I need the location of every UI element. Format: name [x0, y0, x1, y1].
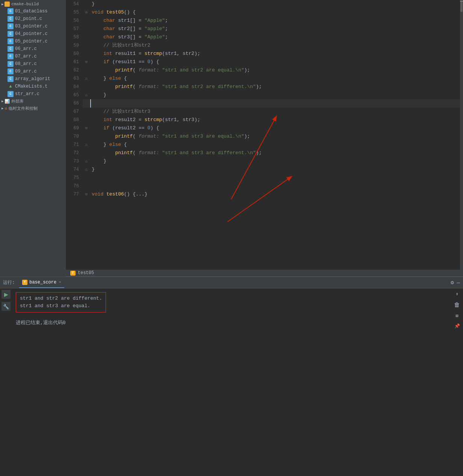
output-annotation-box: str1 and str2 are different. str1 and st… [16, 292, 106, 312]
file-label-cmake: CMakeLists.t [15, 84, 47, 89]
file-label-08: 08_arr.c [15, 61, 37, 67]
file-label-05: 05_pointer.c [15, 39, 47, 44]
line-code-59: // 比较str1和str2 [90, 41, 463, 50]
line-gutter-74: △ [83, 165, 90, 174]
sidebar-item-02_point[interactable]: C 02_point.c [0, 15, 66, 23]
settings-btn[interactable]: ⚙ [451, 279, 454, 286]
line-num-76: 76 [66, 182, 83, 190]
line-gutter-58 [83, 33, 90, 41]
line-gutter-71: △ [83, 141, 90, 149]
line-code-56: char str1[] = "Apple"; [90, 17, 463, 25]
line-code-71: } else { [90, 141, 463, 149]
action-btn-pin[interactable]: 📌 [454, 323, 460, 329]
line-num-75: 75 [66, 174, 83, 182]
bottom-tab-base-score[interactable]: f base_score × [19, 277, 64, 288]
output-line-1: str1 and str2 are different. [20, 295, 102, 302]
code-lines: 54 } 55 ⊖ void test05() { 56 c [66, 0, 463, 199]
action-btn-1[interactable]: ⬆ [455, 291, 458, 297]
line-num-54: 54 [66, 0, 83, 8]
line-code-60: int result1 = strcmp(str1, str2); [90, 50, 463, 58]
code-line-74: 74 △ } [66, 165, 463, 174]
ext-libs-icon: 📊 [5, 99, 10, 104]
line-num-56: 56 [66, 17, 83, 25]
code-line-75: 75 [66, 174, 463, 182]
line-num-65: 65 [66, 91, 83, 99]
c-icon-8: C [8, 61, 14, 67]
line-num-58: 58 [66, 33, 83, 41]
cmake-icon: ▲ [8, 83, 14, 89]
line-code-57: char str2[] = "apple"; [90, 25, 463, 33]
terminal-body: str1 and str2 are different. str1 and st… [12, 288, 451, 476]
sidebar-item-01_dataclass[interactable]: C 01_dataclass [0, 8, 66, 15]
sidebar-item-cmake[interactable]: ▲ CMakeLists.t [0, 83, 66, 90]
line-code-69: if (result2 == 0) { [90, 124, 463, 132]
line-code-58: char str3[] = "Apple"; [90, 33, 463, 41]
line-num-59: 59 [66, 41, 83, 50]
line-num-70: 70 [66, 132, 83, 141]
line-num-61: 61 [66, 58, 83, 66]
code-line-70: 70 printf( format: "str1 and str3 are eq… [66, 132, 463, 141]
terminal-main: ▶ 🔧 str1 and str2 are different. str1 an… [0, 288, 463, 476]
line-gutter-75 [83, 174, 90, 182]
line-gutter-68 [83, 116, 90, 124]
line-num-57: 57 [66, 25, 83, 33]
line-code-62: printf( format: "str1 and str2 are equal… [90, 66, 463, 74]
code-line-66: 66 [66, 99, 463, 108]
line-code-76 [90, 182, 463, 190]
sidebar-item-cmake-build[interactable]: ▶ cmake-build [0, 1, 66, 8]
line-code-64: printf( format: "str1 and str2 are diffe… [90, 83, 463, 91]
editor-scrollbar[interactable] [460, 0, 463, 270]
action-btn-3[interactable]: ⊞ [455, 313, 458, 319]
sidebar-item-06_arr[interactable]: C 06_arr.c [0, 45, 66, 53]
temp-files-label: 临时文件和控制 [9, 106, 38, 111]
line-code-66 [90, 99, 463, 108]
minimize-btn[interactable]: — [457, 280, 460, 286]
c-icon-2: C [8, 16, 14, 22]
file-label-04: 04_pointer.c [15, 31, 47, 36]
line-gutter-57 [83, 25, 90, 33]
sidebar-item-external-libs[interactable]: ▶ 📊 外部库 [0, 98, 66, 105]
file-label-06: 06_arr.c [15, 46, 37, 52]
temp-files-icon: ⊙ [5, 106, 7, 111]
sidebar-item-array_algorit[interactable]: C array_algorit [0, 75, 66, 83]
sidebar-item-str_arr[interactable]: C str_arr.c [0, 90, 66, 98]
line-num-77: 77 [66, 190, 83, 199]
sidebar-item-04_pointer[interactable]: C 04_pointer.c [0, 30, 66, 38]
line-gutter-60 [83, 50, 90, 58]
line-num-55: 55 [66, 8, 83, 17]
action-btn-delete[interactable]: 🗑 [454, 302, 460, 309]
code-line-57: 57 char str2[] = "apple"; [66, 25, 463, 33]
line-code-68: int result2 = strcmp(str1, str3); [90, 116, 463, 124]
run-button[interactable]: ▶ [2, 290, 11, 299]
code-content[interactable]: 54 } 55 ⊖ void test05() { 56 c [66, 0, 463, 270]
sidebar-item-07_arr[interactable]: C 07_arr.c [0, 53, 66, 60]
c-icon-5: C [8, 38, 14, 44]
wrench-button[interactable]: 🔧 [2, 302, 11, 311]
line-gutter-63: △ [83, 74, 90, 83]
c-icon-3: C [8, 23, 14, 29]
line-num-62: 62 [66, 66, 83, 74]
line-gutter-66 [83, 99, 90, 108]
tab-close-btn[interactable]: × [59, 280, 61, 285]
sidebar-item-05_pointer[interactable]: C 05_pointer.c [0, 38, 66, 45]
sidebar-item-03_pointer[interactable]: C 03_pointer.c [0, 23, 66, 30]
line-num-71: 71 [66, 141, 83, 149]
line-gutter-65: △ [83, 91, 90, 99]
line-code-72: pnintf( format: "str1 and str3 are diffe… [90, 149, 463, 157]
exit-message: 进程已结束,退出代码0 [16, 319, 447, 326]
code-line-73: 73 △ } [66, 157, 463, 165]
file-label-02: 02_point.c [15, 16, 42, 21]
file-label-01: 01_dataclass [15, 9, 47, 14]
sidebar: ▶ cmake-build C 01_dataclass C 02_point.… [0, 0, 66, 277]
sidebar-item-09_arr[interactable]: C 09_arr.c [0, 68, 66, 75]
function-breadcrumb: f test05 [66, 270, 463, 277]
line-gutter-72 [83, 149, 90, 157]
terminal-sidebar: ▶ 🔧 [0, 288, 12, 476]
line-code-65: } [90, 91, 463, 99]
sidebar-item-temp-files[interactable]: ▶ ⊙ 临时文件和控制 [0, 105, 66, 112]
code-line-58: 58 char str3[] = "Apple"; [66, 33, 463, 41]
sidebar-item-08_arr[interactable]: C 08_arr.c [0, 60, 66, 68]
line-gutter-59 [83, 41, 90, 50]
bottom-tabs-bar: 运行: f base_score × ⚙ — [0, 277, 463, 288]
main-container: ▶ cmake-build C 01_dataclass C 02_point.… [0, 0, 463, 277]
